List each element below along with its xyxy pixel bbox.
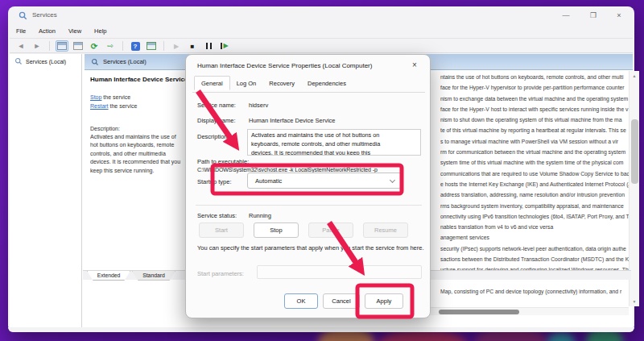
service-row: Map, consisting of PC and device topolog… — [440, 286, 630, 297]
services-node-icon — [14, 57, 23, 65]
maximize-button[interactable]: ❐ — [581, 9, 605, 23]
stop-service-link[interactable]: Stop — [90, 94, 101, 100]
tab-log-on[interactable]: Log On — [230, 77, 263, 91]
start-service-icon[interactable]: ▶ — [170, 40, 183, 52]
service-row: address translation, addressing, name re… — [440, 189, 630, 200]
start-parameters-label: Start parameters: — [197, 270, 244, 277]
service-status-label: Service status: — [197, 212, 237, 219]
restart-glyph: ▶ — [221, 43, 228, 49]
tab-extended[interactable]: Extended — [87, 271, 130, 281]
toolbar-separator — [122, 41, 123, 51]
stop-line-rest: the service — [101, 94, 130, 100]
service-name-value: hidserv — [249, 102, 268, 109]
description-line: hot buttons on keyboards, remote — [90, 141, 196, 149]
dialog-tab-strip: General Log On Recovery Dependencies — [194, 77, 353, 91]
tab-recovery[interactable]: Recovery — [262, 77, 301, 91]
tree-item-services-local[interactable]: Services (Local) — [10, 54, 81, 65]
extended-view-glyph — [147, 42, 156, 50]
service-row: sactions between the Distributed Transac… — [440, 254, 630, 264]
service-row: ntains the use of hot buttons on keyboar… — [440, 72, 630, 82]
menu-action[interactable]: Action — [32, 25, 62, 38]
menu-bar: File Action View Help — [10, 25, 633, 39]
section-divider — [196, 205, 422, 206]
description-line: devices. It is recommended that you — [90, 158, 196, 166]
refresh-icon[interactable]: ⟳ — [88, 40, 101, 52]
description-textbox[interactable]: Activates and maintains the use of hot b… — [247, 129, 421, 156]
description-line: devices. It is recommended that you keep… — [251, 149, 417, 156]
pause-glyph — [206, 43, 212, 49]
description-line: Activates and maintains the use of — [90, 133, 196, 141]
close-button[interactable]: × — [607, 9, 631, 23]
help-icon[interactable]: ? — [129, 40, 142, 52]
pause-service-icon[interactable] — [202, 40, 215, 52]
tab-divider — [192, 92, 425, 93]
console-tree-glyph — [57, 42, 67, 50]
service-row: onnectivity using IPv6 transition techno… — [440, 211, 630, 222]
console-tree-panel: Services (Local) — [10, 54, 82, 327]
stop-service-line: Stop the service — [90, 93, 196, 102]
tree-item-label: Services (Local) — [26, 59, 66, 64]
pane-header-icon — [91, 58, 99, 66]
show-console-tree-icon[interactable] — [56, 40, 68, 52]
back-icon[interactable]: ◄ — [14, 40, 27, 52]
window-titlebar[interactable]: Services — ❐ × — [8, 6, 634, 25]
properties-icon[interactable] — [72, 40, 85, 52]
minimize-button[interactable]: — — [554, 9, 578, 23]
apply-button[interactable]: Apply — [365, 293, 403, 309]
horizontal-scroll-thumb[interactable] — [439, 310, 519, 314]
service-row: te of this virtual machine by reporting … — [440, 125, 630, 135]
restart-service-link[interactable]: Restart — [90, 103, 109, 109]
stop-button[interactable]: Stop — [254, 222, 299, 238]
ok-button[interactable]: OK — [284, 293, 318, 309]
path-value: C:\WINDOWS\system32\svchost.exe -k Local… — [197, 167, 378, 173]
pause-button[interactable]: Pause — [308, 222, 353, 238]
description-label: Description: — [197, 133, 229, 140]
services-app-icon — [19, 11, 27, 20]
dialog-close-icon[interactable]: × — [407, 59, 422, 72]
vertical-scroll-thumb[interactable] — [631, 119, 638, 184]
service-row: communications that are required to use … — [440, 168, 630, 179]
service-info-panel: Human Interface Device Service Stop the … — [90, 76, 196, 293]
service-row: rms background system inventory, compati… — [440, 201, 630, 211]
restart-service-icon[interactable]: ▶ — [218, 40, 231, 52]
service-row: rm for communication between the virtual… — [440, 147, 630, 157]
wallpaper-blob — [547, 332, 575, 341]
extended-view-icon[interactable] — [145, 40, 158, 52]
stop-service-icon[interactable]: ■ — [186, 40, 199, 52]
selected-service-title: Human Interface Device Service — [90, 76, 196, 83]
scroll-down-icon[interactable]: ▼ — [630, 299, 639, 304]
service-row: anagement services — [440, 232, 630, 243]
menu-file[interactable]: File — [10, 25, 32, 38]
service-row: nism to shut down the operating system o… — [440, 114, 630, 125]
scroll-up-icon[interactable]: ▲ — [630, 73, 639, 78]
service-row: nables translation from v4 to v6 and vic… — [440, 222, 630, 232]
description-line: Activates and maintains the use of hot b… — [251, 131, 417, 140]
pane-header-label: Services (Local) — [103, 58, 147, 65]
menu-view[interactable]: View — [62, 25, 88, 38]
forward-icon[interactable]: ► — [31, 40, 43, 52]
service-description: Activates and maintains the use ofhot bu… — [90, 133, 196, 175]
restart-service-line: Restart the service — [90, 102, 196, 110]
tab-standard[interactable]: Standard — [132, 271, 175, 281]
tab-dependencies[interactable]: Dependencies — [301, 77, 353, 91]
export-list-icon[interactable]: ⇨ — [104, 40, 117, 52]
resume-button[interactable]: Resume — [363, 222, 408, 238]
tab-general[interactable]: General — [194, 76, 230, 90]
path-label: Path to executable: — [197, 158, 249, 165]
description-line: controls, and other multimedia — [90, 150, 196, 158]
toolbar-separator — [49, 41, 50, 51]
description-line: keyboards, remote controls, and other mu… — [251, 140, 417, 149]
startup-type-dropdown[interactable]: Automatic — [247, 173, 402, 189]
start-parameters-input[interactable] — [257, 265, 422, 279]
start-parameters-note: You can specify the start parameters tha… — [197, 244, 424, 252]
properties-glyph — [73, 42, 83, 50]
refresh-glyph: ⟳ — [91, 42, 97, 51]
toolbar-separator — [163, 41, 164, 51]
service-status-value: Running — [249, 212, 271, 219]
cancel-button[interactable]: Cancel — [323, 293, 360, 309]
service-row: s to manage virtual machine with PowerSh… — [440, 136, 630, 147]
menu-help[interactable]: Help — [88, 25, 113, 38]
toolbar: ◄ ► ⟳ ⇨ ? ▶ ■ ▶ — [10, 40, 633, 53]
start-button[interactable]: Start — [199, 222, 244, 238]
service-row: e hosts the Internet Key Exchange (IKE) … — [440, 179, 630, 189]
